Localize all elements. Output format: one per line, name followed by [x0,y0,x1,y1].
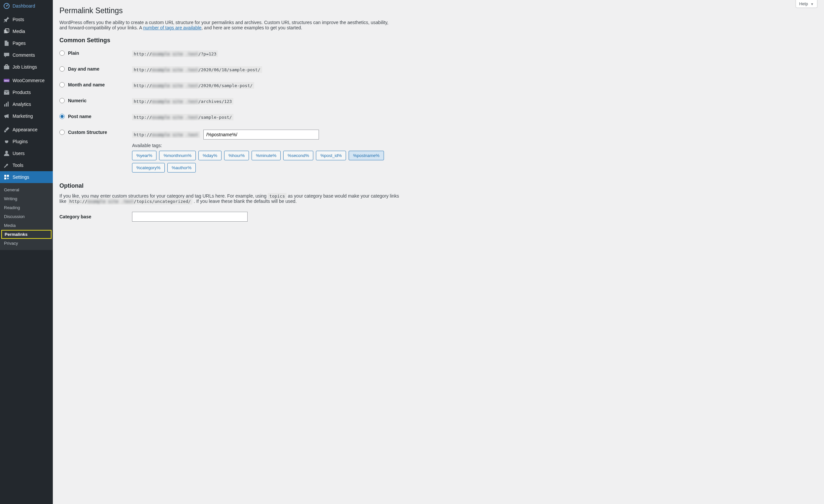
permalink-label-postname: Post name [68,114,91,119]
svg-rect-5 [4,66,9,69]
category-base-input[interactable] [132,212,247,222]
woo-icon: woo [3,77,10,84]
sidebar-item-label: Plugins [13,139,28,144]
permalink-example-numeric: http://example site .test/archives/123 [132,98,233,105]
example-url-code: http://example site .test/topics/uncateg… [68,198,193,205]
dashboard-icon [3,3,10,9]
permalink-radio-postname[interactable] [60,114,65,119]
sidebar-item-plugins[interactable]: Plugins [0,136,53,147]
permalink-label-dayname: Day and name [68,66,99,72]
permalink-example-dayname: http://example site .test/2020/06/18/sam… [132,66,262,73]
sidebar-item-appearance[interactable]: Appearance [0,124,53,136]
pin-icon [3,16,10,23]
svg-rect-12 [8,102,9,107]
tag-monthnum[interactable]: %monthnum% [159,151,196,160]
media-icon [3,28,10,35]
sidebar-item-woocommerce[interactable]: wooWooCommerce [0,75,53,87]
tags-docs-link[interactable]: number of tags are available [143,25,202,30]
intro-paragraph: WordPress offers you the ability to crea… [60,20,396,30]
settings-submenu: GeneralWritingReadingDiscussionMediaPerm… [0,183,53,250]
svg-rect-8 [4,91,9,91]
tag-postname[interactable]: %postname% [348,151,384,160]
submenu-item-reading[interactable]: Reading [0,203,53,212]
available-tags: %year%%monthnum%%day%%hour%%minute%%seco… [132,151,396,172]
submenu-item-writing[interactable]: Writing [0,194,53,203]
sidebar-item-products[interactable]: Products [0,87,53,98]
permalink-example-monthname: http://example site .test/2020/06/sample… [132,82,254,89]
plug-icon [3,138,10,145]
permalink-radio-monthname[interactable] [60,82,65,88]
category-base-label: Category base [60,214,132,219]
sidebar-item-media[interactable]: Media [0,25,53,37]
main-content: Help ▼ Permalink Settings WordPress offe… [53,0,824,504]
sidebar-item-dashboard[interactable]: Dashboard [0,0,53,12]
tag-author[interactable]: %author% [167,163,196,172]
svg-text:woo: woo [4,80,9,82]
svg-point-1 [6,6,7,7]
available-tags-label: Available tags: [132,143,817,148]
svg-rect-11 [6,103,7,107]
tag-category[interactable]: %category% [132,163,165,172]
tag-year[interactable]: %year% [132,151,157,160]
permalink-option-custom: Custom Structurehttp://example site .tes… [60,130,817,172]
sidebar-item-comments[interactable]: Comments [0,49,53,61]
permalink-label-numeric: Numeric [68,98,87,103]
page-title: Permalink Settings [60,3,817,16]
sidebar-item-analytics[interactable]: Analytics [0,98,53,110]
tag-minute[interactable]: %minute% [251,151,281,160]
tag-day[interactable]: %day% [198,151,221,160]
permalink-option-numeric: Numerichttp://example site .test/archive… [60,98,817,105]
submenu-item-privacy[interactable]: Privacy [0,239,53,248]
sidebar-item-label: Media [13,29,25,34]
sidebar-item-job-listings[interactable]: Job Listings [0,61,53,73]
sidebar-item-label: Marketing [13,113,33,119]
optional-paragraph: If you like, you may enter custom struct… [60,193,403,204]
megaphone-icon [3,113,10,119]
submenu-item-general[interactable]: General [0,185,53,194]
permalink-option-monthname: Month and namehttp://example site .test/… [60,82,817,89]
common-settings-heading: Common Settings [60,37,817,44]
page-icon [3,40,10,46]
sidebar-item-label: Products [13,90,31,95]
sidebar-item-marketing[interactable]: Marketing [0,110,53,122]
sidebar-item-pages[interactable]: Pages [0,37,53,49]
submenu-item-discussion[interactable]: Discussion [0,212,53,221]
tag-second[interactable]: %second% [283,151,313,160]
sidebar-item-label: Appearance [13,127,38,132]
chart-icon [3,101,10,108]
admin-sidebar: DashboardPostsMediaPagesCommentsJob List… [0,0,53,504]
tag-hour[interactable]: %hour% [224,151,249,160]
sidebar-item-label: Pages [13,40,26,46]
briefcase-icon [3,64,10,70]
sidebar-item-label: Posts [13,17,24,22]
svg-point-4 [7,30,8,31]
sidebar-item-users[interactable]: Users [0,147,53,159]
permalink-radio-dayname[interactable] [60,66,65,72]
permalink-label-custom: Custom Structure [68,130,107,135]
wrench-icon [3,162,10,168]
sidebar-item-label: Users [13,151,25,156]
submenu-item-media[interactable]: Media [0,221,53,230]
sidebar-item-label: Tools [13,163,23,168]
permalink-option-dayname: Day and namehttp://example site .test/20… [60,66,817,73]
permalink-radio-plain[interactable] [60,50,65,56]
sidebar-item-posts[interactable]: Posts [0,13,53,25]
svg-point-13 [5,151,8,153]
permalink-radio-custom[interactable] [60,130,65,135]
tag-post_id[interactable]: %post_id% [316,151,346,160]
submenu-item-permalinks[interactable]: Permalinks [1,230,51,239]
permalink-option-postname: Post namehttp://example site .test/sampl… [60,114,817,120]
permalink-radio-numeric[interactable] [60,98,65,103]
optional-heading: Optional [60,182,817,189]
permalink-option-plain: Plainhttp://example site .test/?p=123 [60,50,817,57]
permalink-example-plain: http://example site .test/?p=123 [132,50,218,57]
sidebar-item-tools[interactable]: Tools [0,159,53,171]
sidebar-item-settings[interactable]: Settings [0,171,53,183]
help-tab[interactable]: Help ▼ [796,0,817,8]
settings-icon [3,174,10,180]
svg-rect-10 [4,104,5,107]
sidebar-item-label: Comments [13,52,35,58]
custom-structure-input[interactable] [203,130,319,139]
permalink-example-postname: http://example site .test/sample-post/ [132,114,233,120]
chevron-down-icon: ▼ [811,2,814,6]
